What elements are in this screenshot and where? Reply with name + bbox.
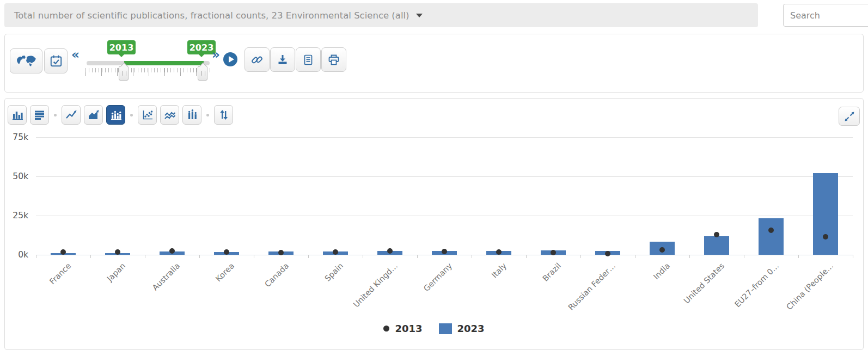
y-axis-tick-label: 0k [5, 249, 28, 261]
x-axis-label: China (People… [785, 261, 835, 311]
dot-2013[interactable] [333, 249, 338, 255]
legend-item-2013[interactable]: 2013 [383, 323, 422, 334]
x-axis-label: Brazil [541, 261, 563, 283]
x-axis-tick [580, 255, 581, 258]
dot-2013[interactable] [605, 251, 610, 256]
bar-2023[interactable] [759, 218, 784, 255]
y-gridline [36, 176, 853, 177]
step-forward-button[interactable]: » [212, 48, 220, 61]
y-axis-tick-label: 50k [5, 170, 28, 182]
print-icon [327, 53, 340, 66]
legend-item-2023[interactable]: 2023 [439, 323, 485, 334]
x-axis-tick [254, 255, 254, 258]
multi-line-chart-button[interactable] [160, 105, 179, 125]
toolbar-separator-dot [54, 114, 57, 116]
data-table-button[interactable] [296, 47, 321, 72]
plot-area: 0k25k50k75kFranceJapanAustraliaKoreaCana… [36, 137, 853, 255]
map-view-button[interactable] [10, 48, 42, 73]
calendar-button[interactable] [44, 48, 68, 73]
y-gridline [36, 216, 853, 216]
world-map-icon [15, 54, 37, 67]
x-axis-label: Korea [214, 261, 236, 283]
handle-grip [123, 71, 126, 76]
x-axis-label: Russian Feder… [566, 261, 617, 312]
dataset-title-dropdown[interactable]: Total number of scientific publications,… [4, 3, 758, 27]
dot-2013[interactable] [496, 249, 502, 255]
x-axis-label: Italy [490, 261, 509, 280]
x-axis-tick [798, 255, 799, 258]
x-axis-label: Japan [105, 261, 127, 283]
area-chart-button[interactable] [84, 105, 103, 125]
x-axis-tick [635, 255, 635, 258]
horizontal-bar-chart-button[interactable] [30, 105, 49, 125]
column-chart-button[interactable] [8, 105, 27, 125]
y-gridline [36, 255, 853, 255]
x-axis-tick [853, 255, 853, 258]
x-axis-label: Canada [263, 261, 290, 289]
step-back-button[interactable]: « [71, 48, 80, 61]
x-axis-tick [363, 255, 363, 258]
chart-type-toolbar [8, 105, 233, 125]
column-chart-icon [11, 109, 23, 121]
sort-button[interactable] [214, 105, 233, 125]
dot-2013[interactable] [659, 247, 665, 253]
legend-square-marker [439, 323, 452, 334]
chart-panel: 0k25k50k75kFranceJapanAustraliaKoreaCana… [4, 98, 864, 350]
link-icon [250, 53, 264, 66]
dot-2013[interactable] [768, 228, 774, 233]
scatter-chart-button[interactable] [138, 105, 157, 125]
legend-label: 2023 [457, 323, 485, 334]
column-marker-chart-icon [186, 109, 198, 121]
page-title: Total number of scientific publications,… [14, 10, 409, 21]
x-axis-tick [145, 255, 145, 258]
line-chart-button[interactable] [62, 105, 81, 125]
page: Total number of scientific publications,… [0, 0, 868, 356]
sort-icon [218, 109, 230, 121]
horizontal-bar-chart-icon [34, 109, 46, 121]
time-slider-ruler [85, 68, 211, 77]
legend-dot-marker [383, 326, 389, 332]
legend-label: 2013 [395, 323, 422, 334]
slider-handle-end[interactable] [198, 66, 207, 81]
slider-start-year-label: 2013 [107, 40, 136, 54]
column-scatter-chart-button[interactable] [106, 105, 125, 125]
bar-2023[interactable] [813, 173, 838, 255]
x-axis-label: EU27–from 0… [733, 261, 780, 309]
download-button[interactable] [270, 47, 295, 72]
x-axis-label: United States [682, 261, 726, 305]
y-axis-tick-label: 75k [5, 131, 28, 143]
scatter-chart-icon [142, 109, 154, 121]
column-marker-chart-button[interactable] [182, 105, 201, 125]
slider-handle-start[interactable] [119, 66, 129, 81]
x-axis-tick [689, 255, 690, 258]
search-input[interactable] [783, 4, 868, 27]
dot-2013[interactable] [60, 249, 66, 255]
document-icon [302, 53, 315, 66]
x-axis-tick [526, 255, 527, 258]
bar-2023[interactable] [704, 236, 729, 255]
dot-2013[interactable] [115, 249, 120, 255]
x-axis-tick [36, 255, 36, 258]
x-axis-tick [472, 255, 472, 258]
column-scatter-chart-icon [110, 109, 122, 121]
play-button[interactable] [223, 52, 237, 66]
x-axis-label: Germany [422, 261, 454, 293]
download-icon [276, 53, 289, 66]
toolbar-separator-dot [206, 114, 209, 116]
calendar-check-icon [49, 54, 63, 68]
time-toolbar-panel: « 2013 2023 » [4, 34, 864, 93]
x-axis-tick [199, 255, 200, 258]
fullscreen-button[interactable] [839, 107, 860, 126]
toolbar-separator-dot [130, 114, 133, 116]
dot-2013[interactable] [551, 250, 556, 255]
chart-legend: 2013 2023 [5, 323, 863, 334]
dot-2013[interactable] [442, 249, 447, 254]
share-link-button[interactable] [244, 47, 270, 72]
x-axis-label: United Kingd… [352, 261, 400, 309]
x-axis-label: India [652, 261, 671, 281]
time-slider-selected-range [124, 61, 204, 65]
y-axis-tick-label: 25k [5, 210, 28, 222]
print-button[interactable] [321, 47, 346, 72]
y-gridline [36, 137, 853, 138]
dot-2013[interactable] [823, 234, 828, 240]
